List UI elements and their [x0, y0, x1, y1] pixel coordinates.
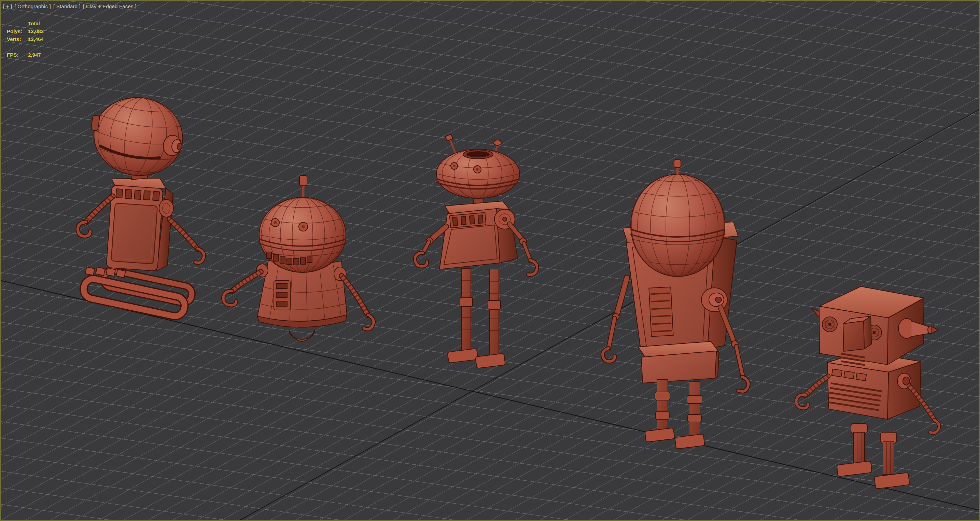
viewport[interactable]: [ + ][ Orthographic ][ Standard ][ Clay …: [0, 0, 980, 521]
viewport-general-menu[interactable]: [ + ]: [3, 3, 12, 9]
viewport-shading-menu[interactable]: [ Clay + Edged Faces ]: [83, 3, 137, 9]
robot-4-antenna: [674, 160, 681, 167]
robot-1-left-arm[interactable]: [78, 196, 113, 236]
viewport-canvas[interactable]: [0, 0, 980, 521]
robot-4-left-arm[interactable]: [603, 278, 627, 362]
robot-5-left-ear: [812, 308, 819, 318]
stats-verts-label: Verts:: [7, 36, 21, 42]
robot-2-dome-robot[interactable]: [223, 175, 374, 342]
robot-1-head[interactable]: [85, 92, 188, 181]
stats-polys-value: 13,083: [28, 29, 44, 34]
viewport-pov-menu[interactable]: [ Orthographic ]: [14, 3, 51, 9]
robot-5-head[interactable]: [812, 286, 938, 365]
robot-1-body[interactable]: [105, 175, 174, 272]
robot-2-antenna: [299, 175, 307, 186]
robot-1-sled[interactable]: [82, 263, 193, 318]
stats-fps-label: FPS:: [7, 52, 18, 58]
robot-3-legs[interactable]: [447, 268, 505, 369]
stats-fps-value: 2,947: [28, 52, 41, 58]
robot-5-left-eye: [822, 317, 837, 332]
stats-column-header: Total: [28, 21, 40, 26]
robot-1-sled-robot[interactable]: [78, 92, 204, 318]
robot-4-head[interactable]: [630, 174, 725, 276]
viewport-standard-menu[interactable]: [ Standard ]: [53, 3, 81, 9]
robot-4-right-arm[interactable]: [721, 307, 748, 391]
robot-4-hip-box[interactable]: [638, 342, 719, 383]
stats-verts-value: 13,464: [28, 36, 44, 42]
robot-5-nose: [843, 316, 872, 351]
stats-polys-label: Polys:: [7, 29, 22, 34]
robot-5-left-arm[interactable]: [796, 376, 828, 408]
robot-5-right-arm[interactable]: [909, 386, 939, 433]
robot-2-head[interactable]: [258, 197, 347, 272]
robot-3-head[interactable]: [436, 149, 520, 199]
robot-3-saucer-robot[interactable]: [415, 134, 537, 369]
robot-4-orb-robot[interactable]: [603, 160, 748, 449]
robot-1-right-arm[interactable]: [169, 219, 204, 263]
viewport-label: [ + ][ Orthographic ][ Standard ][ Clay …: [3, 3, 139, 9]
robot-5-cube-robot[interactable]: [796, 286, 939, 489]
